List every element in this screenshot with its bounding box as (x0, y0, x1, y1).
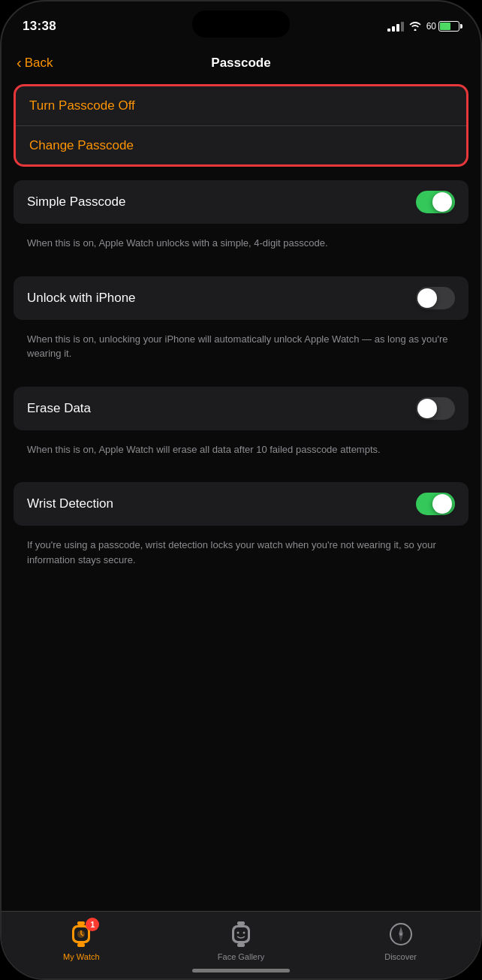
dynamic-island (192, 11, 290, 38)
settings-content: Turn Passcode Off Change Passcode Simple… (2, 84, 480, 593)
svg-rect-0 (77, 921, 85, 925)
my-watch-label: My Watch (63, 952, 100, 961)
battery-percent: 60 (426, 21, 436, 32)
wrist-detection-toggle[interactable] (416, 493, 455, 515)
back-button[interactable]: ‹ Back (17, 55, 53, 71)
unlock-iphone-item[interactable]: Unlock with iPhone (14, 276, 468, 320)
tab-my-watch[interactable]: 1 My Watch (51, 919, 111, 961)
tab-discover[interactable]: Discover (371, 919, 431, 961)
change-passcode-item[interactable]: Change Passcode (16, 125, 466, 164)
face-gallery-icon (230, 921, 252, 947)
home-indicator (192, 969, 290, 972)
unlock-iphone-label: Unlock with iPhone (27, 291, 136, 306)
status-time: 13:38 (23, 19, 56, 34)
my-watch-icon-container: 1 (66, 919, 96, 949)
face-gallery-icon-container (226, 919, 256, 949)
face-gallery-label: Face Gallery (218, 952, 264, 961)
wifi-icon (409, 22, 421, 31)
turn-passcode-off-item[interactable]: Turn Passcode Off (16, 86, 466, 125)
svg-rect-7 (237, 921, 245, 925)
erase-data-toggle[interactable] (416, 397, 455, 420)
wrist-detection-description: If you're using a passcode, wrist detect… (14, 532, 468, 577)
simple-passcode-block: Simple Passcode When this is on, Apple W… (14, 180, 468, 261)
simple-passcode-description: When this is on, Apple Watch unlocks wit… (14, 230, 468, 261)
unlock-iphone-description: When this is on, unlocking your iPhone w… (14, 326, 468, 372)
my-watch-badge: 1 (86, 918, 99, 931)
discover-icon (389, 922, 413, 946)
wrist-detection-item[interactable]: Wrist Detection (14, 482, 468, 526)
simple-passcode-label: Simple Passcode (27, 194, 125, 210)
svg-rect-10 (234, 927, 248, 941)
wrist-detection-group: Wrist Detection (14, 482, 468, 526)
svg-point-11 (236, 932, 239, 934)
wrist-detection-label: Wrist Detection (27, 496, 113, 511)
unlock-iphone-group: Unlock with iPhone (14, 276, 468, 320)
erase-data-description: When this is on, Apple Watch will erase … (14, 436, 468, 468)
status-right-icons: 60 (387, 21, 459, 32)
discover-icon-container (386, 919, 416, 949)
simple-passcode-item[interactable]: Simple Passcode (14, 180, 468, 224)
page-title: Passcode (211, 56, 270, 71)
erase-data-item[interactable]: Erase Data (14, 387, 468, 430)
svg-point-12 (243, 932, 245, 934)
erase-data-group: Erase Data (14, 387, 468, 430)
back-chevron-icon: ‹ (17, 54, 22, 71)
erase-data-label: Erase Data (27, 401, 91, 416)
simple-passcode-group: Simple Passcode (14, 180, 468, 224)
phone-frame: 13:38 60 ‹ Back Passcod (0, 0, 482, 980)
passcode-actions-group: Turn Passcode Off Change Passcode (14, 84, 468, 167)
unlock-iphone-toggle[interactable] (416, 287, 455, 309)
tab-face-gallery[interactable]: Face Gallery (211, 919, 271, 961)
nav-bar: ‹ Back Passcode (2, 42, 480, 84)
svg-rect-8 (237, 943, 245, 947)
signal-icon (387, 21, 404, 32)
battery-icon: 60 (426, 21, 459, 32)
svg-rect-1 (77, 943, 85, 947)
discover-label: Discover (384, 952, 417, 961)
simple-passcode-toggle[interactable] (416, 191, 455, 213)
wrist-detection-block: Wrist Detection If you're using a passco… (14, 482, 468, 577)
turn-passcode-off-label: Turn Passcode Off (29, 98, 135, 113)
back-label: Back (25, 56, 53, 71)
erase-data-block: Erase Data When this is on, Apple Watch … (14, 387, 468, 468)
unlock-iphone-block: Unlock with iPhone When this is on, unlo… (14, 276, 468, 372)
change-passcode-label: Change Passcode (29, 138, 134, 153)
